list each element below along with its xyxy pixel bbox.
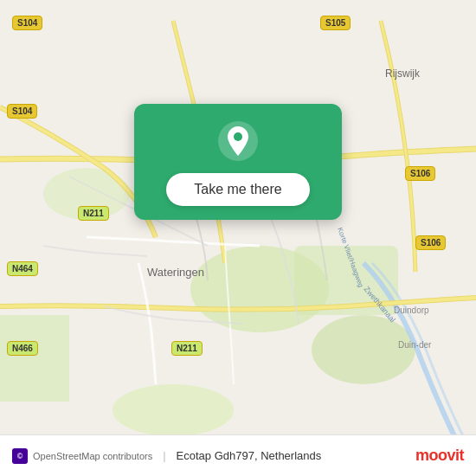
location-label: Ecotap Gdh797, Netherlands xyxy=(177,449,322,462)
badge-s106-1: S106 xyxy=(405,166,435,181)
badge-n211-2: N211 xyxy=(171,341,203,356)
badge-n211-1: N211 xyxy=(78,206,109,221)
moovit-branding: moovit xyxy=(415,447,464,465)
bottom-left-info: © OpenStreetMap contributors | Ecotap Gd… xyxy=(12,448,321,464)
svg-text:Rijswijk: Rijswijk xyxy=(385,68,421,80)
svg-point-3 xyxy=(312,315,415,384)
badge-s104-1: S104 xyxy=(12,16,42,30)
openstreetmap-logo: © xyxy=(12,448,28,464)
svg-point-14 xyxy=(234,132,242,141)
svg-text:Duin-der: Duin-der xyxy=(398,340,432,350)
moovit-logo: moovit xyxy=(415,447,464,465)
svg-rect-0 xyxy=(0,21,476,455)
svg-text:Duindorp: Duindorp xyxy=(394,306,429,315)
badge-s106-2: S106 xyxy=(415,235,446,250)
svg-rect-5 xyxy=(0,315,69,402)
badge-n466: N466 xyxy=(7,341,38,356)
location-pin-icon xyxy=(216,119,260,163)
take-me-there-button[interactable]: Take me there xyxy=(166,173,309,206)
badge-s105: S105 xyxy=(320,16,351,30)
osm-credit: OpenStreetMap contributors xyxy=(33,451,152,461)
svg-text:Wateringen: Wateringen xyxy=(147,266,204,279)
bottom-bar: © OpenStreetMap contributors | Ecotap Gd… xyxy=(0,434,476,476)
svg-point-6 xyxy=(113,384,234,436)
badge-s104-2: S104 xyxy=(7,104,37,119)
map-background: Wateringen Rijswijk Duindorp Duin-der Zw… xyxy=(0,0,476,476)
popup-card: Take me there xyxy=(134,104,342,220)
badge-n464: N464 xyxy=(7,261,38,276)
map-container: Wateringen Rijswijk Duindorp Duin-der Zw… xyxy=(0,0,476,476)
